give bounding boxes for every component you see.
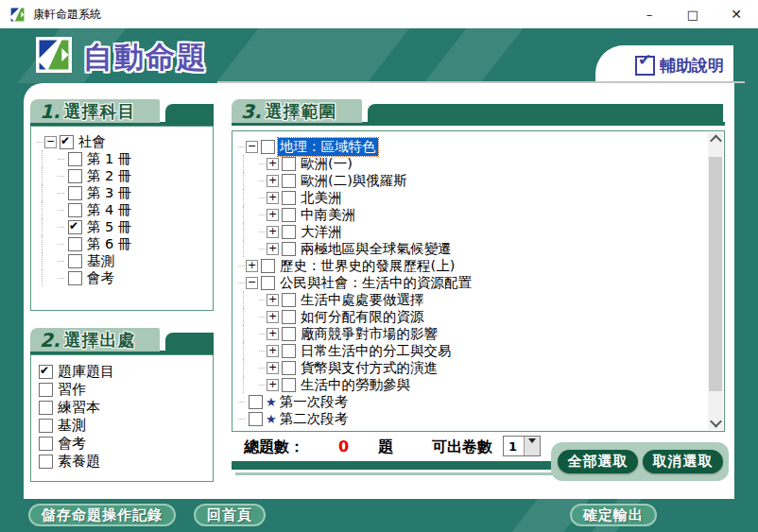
expand-icon[interactable]: + [246,260,258,272]
tree-checkbox[interactable] [261,259,275,273]
tree-item[interactable]: +兩極地區與全球氣候變遷 [238,240,724,257]
expand-icon[interactable]: + [267,243,279,255]
header-streak [415,28,531,83]
source-checkbox[interactable]: ✔ [39,365,53,379]
tree-item[interactable]: ✔第 5 冊 [37,218,213,235]
expand-icon[interactable]: + [267,158,279,170]
collapse-icon[interactable]: − [246,141,258,153]
tree-checkbox[interactable] [282,310,296,324]
tree-checkbox[interactable] [282,174,296,188]
expand-icon[interactable]: + [267,362,279,374]
expand-icon[interactable]: + [267,192,279,204]
scroll-up-icon[interactable] [708,132,723,146]
tree-checkbox[interactable] [249,412,263,426]
tree-item[interactable]: +如何分配有限的資源 [238,308,724,325]
source-checkbox[interactable] [39,437,53,451]
tree-checkbox[interactable] [282,225,296,239]
tree-checkbox[interactable] [282,327,296,341]
expand-icon[interactable]: + [267,311,279,323]
collapse-icon[interactable]: − [44,136,57,148]
tree-item[interactable]: +生活中的勞動參與 [238,376,724,393]
tree-checkbox[interactable] [68,186,82,200]
total-count: 0 [338,438,349,455]
tree-checkbox[interactable] [261,140,275,154]
expand-icon[interactable]: + [267,328,279,340]
home-button[interactable]: 回首頁 [194,504,266,526]
tree-item[interactable]: −地理：區域特色 [238,138,724,155]
tree-item[interactable]: +歷史：世界史的發展歷程(上) [238,257,724,274]
tree-checkbox[interactable] [68,203,82,217]
tree-item[interactable]: +中南美洲 [238,206,724,223]
expand-icon[interactable]: + [267,345,279,357]
tree-item[interactable]: ★第一次段考 [238,393,724,410]
tree-item[interactable]: +大洋洲 [238,223,724,240]
expand-icon[interactable]: + [267,226,279,238]
deselect-all-button[interactable]: 取消選取 [643,450,723,473]
tree-checkbox[interactable] [68,237,82,251]
source-option[interactable]: 基測 [39,417,213,435]
save-record-button[interactable]: 儲存命題操作記錄 [28,504,176,526]
scrollbar[interactable] [708,132,723,430]
tree-checkbox[interactable] [68,271,82,285]
tree-checkbox[interactable]: ✔ [68,220,82,234]
tree-checkbox[interactable] [282,242,296,256]
paper-count-select[interactable]: 1 [503,436,541,456]
tree-item[interactable]: −✔社會 [37,133,213,150]
source-option[interactable]: 會考 [39,435,213,453]
source-checkbox[interactable] [39,401,53,415]
tree-item[interactable]: 基測 [37,252,213,269]
source-option[interactable]: 習作 [39,381,213,399]
source-checkbox[interactable] [39,455,53,469]
tree-indent-guide [42,184,58,201]
tree-connector [58,278,64,279]
minimize-button[interactable]: – [628,0,671,28]
tree-checkbox[interactable] [282,344,296,358]
source-option[interactable]: 素養題 [39,453,213,471]
expand-icon[interactable]: + [267,175,279,187]
source-option[interactable]: ✔題庫題目 [39,363,213,381]
collapse-icon[interactable]: − [246,277,258,289]
tree-checkbox[interactable] [68,169,82,183]
help-link[interactable]: ✔ 輔助說明 [635,55,724,77]
tree-item[interactable]: 會考 [37,269,213,286]
tree-checkbox[interactable] [282,157,296,171]
tree-item[interactable]: +生活中處處要做選擇 [238,291,724,308]
source-checkbox[interactable] [39,419,53,433]
tree-item[interactable]: +日常生活中的分工與交易 [238,342,724,359]
tree-checkbox[interactable] [249,395,263,409]
maximize-button[interactable]: □ [671,0,715,28]
tree-item[interactable]: 第 3 冊 [37,184,213,201]
tree-item-label: 歐洲(一) [299,155,354,173]
source-option[interactable]: 練習本 [39,399,213,417]
select-all-button[interactable]: 全部選取 [558,450,638,473]
tree-item[interactable]: +北美洲 [238,189,724,206]
tree-item[interactable]: 第 4 冊 [37,201,213,218]
tree-item[interactable]: ★第二次段考 [238,410,724,427]
scroll-down-icon[interactable] [708,416,723,430]
tree-checkbox[interactable] [68,152,82,166]
tree-checkbox[interactable] [68,254,82,268]
tree-item[interactable]: 第 6 冊 [37,235,213,252]
close-button[interactable]: ✕ [715,0,758,28]
tree-checkbox[interactable] [282,361,296,375]
tree-item[interactable]: 第 1 冊 [37,150,213,167]
confirm-output-button[interactable]: 確定輸出 [570,504,657,526]
tree-checkbox[interactable] [282,208,296,222]
dropdown-arrow-icon[interactable] [524,437,540,455]
tree-checkbox[interactable] [282,293,296,307]
tree-item[interactable]: +歐洲(二)與俄羅斯 [238,172,724,189]
expand-icon[interactable]: + [267,379,279,391]
tree-checkbox[interactable] [282,378,296,392]
tree-checkbox[interactable]: ✔ [60,135,74,149]
tree-item[interactable]: +貨幣與支付方式的演進 [238,359,724,376]
tree-item[interactable]: −公民與社會：生活中的資源配置 [238,274,724,291]
expand-icon[interactable]: + [267,294,279,306]
tree-item[interactable]: +廠商競爭對市場的影響 [238,325,724,342]
tree-item[interactable]: +歐洲(一) [238,155,724,172]
tree-item[interactable]: 第 2 冊 [37,167,213,184]
source-checkbox[interactable] [39,383,53,397]
scrollbar-thumb[interactable] [709,157,722,391]
expand-icon[interactable]: + [267,209,279,221]
tree-checkbox[interactable] [282,191,296,205]
tree-checkbox[interactable] [261,276,275,290]
